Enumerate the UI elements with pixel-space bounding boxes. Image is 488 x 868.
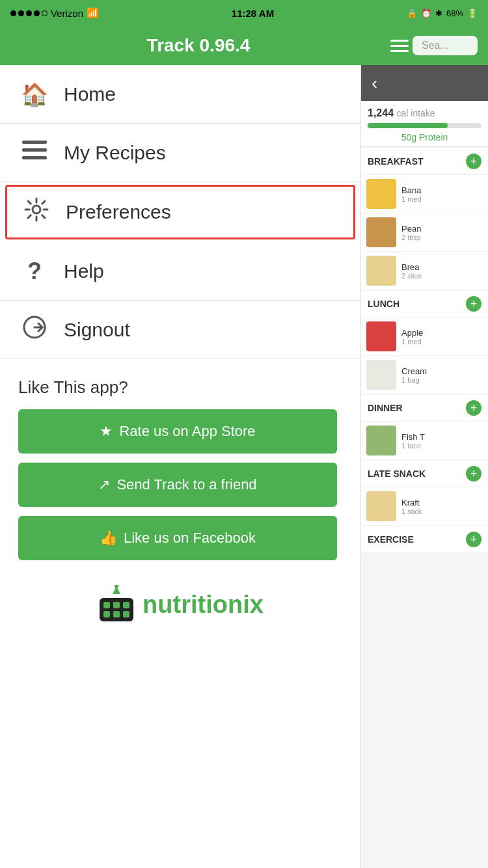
banana-thumb xyxy=(366,179,396,209)
recipes-label: My Recipes xyxy=(64,142,166,164)
cal-progress-fill xyxy=(368,123,448,128)
breakfast-header: BREAKFAST + xyxy=(361,148,488,174)
food-item-banana[interactable]: Bana 1 med xyxy=(361,174,488,213)
svg-rect-9 xyxy=(103,611,110,617)
bread-qty: 2 slice xyxy=(401,272,422,280)
dot3 xyxy=(26,10,32,16)
cal-progress-bar xyxy=(368,123,481,128)
like-facebook-button[interactable]: 👍 Like us on Facebook xyxy=(18,516,337,560)
apple-info: Apple 1 med xyxy=(401,328,423,346)
home-label: Home xyxy=(64,83,116,105)
late-snack-header: LATE SNACK + xyxy=(361,461,488,487)
fish-thumb xyxy=(366,426,396,455)
like-title: Like This app? xyxy=(18,377,342,398)
fish-name: Fish T xyxy=(401,432,425,442)
sidebar-item-home[interactable]: 🏠 Home xyxy=(0,65,360,124)
lunch-header: LUNCH + xyxy=(361,291,488,317)
protein-text: 50g Protein xyxy=(368,132,481,146)
svg-point-3 xyxy=(33,206,40,213)
exercise-header: EXERCISE + xyxy=(361,526,488,552)
share-icon: ↗ xyxy=(98,476,110,493)
carrier-label: Verizon xyxy=(51,8,83,19)
back-bar[interactable]: ‹ xyxy=(361,65,488,101)
cal-text: 1,244 cal intake xyxy=(368,107,481,119)
sidebar-item-help[interactable]: ? Help xyxy=(0,242,360,301)
bread-info: Brea 2 slice xyxy=(401,262,422,280)
dinner-header: DINNER + xyxy=(361,395,488,421)
fish-info: Fish T 1 taco xyxy=(401,432,425,450)
peanut-thumb xyxy=(366,217,396,247)
hamburger-line3 xyxy=(390,50,409,52)
recipes-icon xyxy=(18,139,51,167)
status-bar: Verizon 📶 11:28 AM 🔒 ⏰ ✱ 68% 🔋 xyxy=(0,0,488,26)
add-breakfast-button[interactable]: + xyxy=(466,154,481,169)
kraft-info: Kraft 1 stick xyxy=(401,498,422,515)
add-exercise-button[interactable]: + xyxy=(466,532,481,547)
late-snack-label: LATE SNACK xyxy=(368,468,426,479)
signout-label: Signout xyxy=(64,319,130,341)
svg-rect-5 xyxy=(100,598,133,621)
logo-text: nutritionix xyxy=(142,591,264,619)
send-label: Send Track to a friend xyxy=(116,476,256,493)
svg-rect-11 xyxy=(123,611,129,617)
hamburger-line1 xyxy=(390,40,409,42)
rate-app-store-button[interactable]: ★ Rate us on App Store xyxy=(18,409,337,454)
app-header: Track 0.96.4 Sea... xyxy=(0,26,488,65)
apple-name: Apple xyxy=(401,328,423,338)
hamburger-button[interactable] xyxy=(386,36,413,56)
sidebar-item-signout[interactable]: Signout xyxy=(0,301,360,359)
banana-name: Bana xyxy=(401,185,422,195)
send-track-button[interactable]: ↗ Send Track to a friend xyxy=(18,463,337,507)
thumbsup-icon: 👍 xyxy=(100,530,117,547)
cal-label: cal intake xyxy=(397,108,435,118)
dot2 xyxy=(18,10,24,16)
cal-bar: 1,244 cal intake 50g Protein xyxy=(361,101,488,147)
clock: 11:28 AM xyxy=(232,8,274,19)
search-box[interactable]: Sea... xyxy=(413,36,478,55)
svg-rect-7 xyxy=(113,602,120,608)
cream-thumb xyxy=(366,360,396,390)
cal-number: 1,244 xyxy=(368,107,394,118)
svg-rect-6 xyxy=(103,602,110,608)
status-left: Verizon 📶 xyxy=(10,7,99,19)
bread-name: Brea xyxy=(401,262,422,272)
add-late-snack-button[interactable]: + xyxy=(466,466,481,481)
battery-icon: 🔋 xyxy=(467,8,478,18)
sidebar: 🏠 Home My Recipes Preferences xyxy=(0,65,361,868)
alarm-icon: ⏰ xyxy=(421,8,431,18)
add-lunch-button[interactable]: + xyxy=(466,296,481,312)
food-item-cream[interactable]: Cream 1 bag xyxy=(361,355,488,394)
apple-qty: 1 med xyxy=(401,338,423,346)
food-item-fish[interactable]: Fish T 1 taco xyxy=(361,421,488,459)
cream-info: Cream 1 bag xyxy=(401,366,427,384)
food-item-apple[interactable]: Apple 1 med xyxy=(361,317,488,355)
breakfast-label: BREAKFAST xyxy=(368,156,424,167)
hamburger-line2 xyxy=(390,45,409,47)
food-item-kraft[interactable]: Kraft 1 stick xyxy=(361,487,488,525)
banana-info: Bana 1 med xyxy=(401,185,422,203)
logo-green: ix xyxy=(243,591,264,618)
facebook-label: Like us on Facebook xyxy=(124,530,256,547)
preferences-label: Preferences xyxy=(66,201,171,223)
svg-rect-10 xyxy=(113,611,120,617)
help-label: Help xyxy=(64,260,104,282)
sidebar-item-preferences[interactable]: Preferences xyxy=(5,185,355,239)
svg-rect-0 xyxy=(22,141,47,144)
sidebar-item-recipes[interactable]: My Recipes xyxy=(0,124,360,182)
star-icon: ★ xyxy=(100,423,113,440)
status-right: 🔒 ⏰ ✱ 68% 🔋 xyxy=(407,8,478,18)
battery-label: 68% xyxy=(446,8,463,18)
add-dinner-button[interactable]: + xyxy=(466,400,481,416)
peanut-qty: 2 tbsp xyxy=(401,234,421,241)
lunch-label: LUNCH xyxy=(368,299,400,309)
like-section: Like This app? ★ Rate us on App Store ↗ … xyxy=(0,359,360,560)
kraft-thumb xyxy=(366,491,396,521)
food-item-peanut[interactable]: Pean 2 tbsp xyxy=(361,213,488,251)
kraft-name: Kraft xyxy=(401,498,422,508)
food-item-bread[interactable]: Brea 2 slice xyxy=(361,251,488,290)
peanut-name: Pean xyxy=(401,224,421,234)
signal-dots xyxy=(10,10,47,16)
dot4 xyxy=(34,10,40,16)
preferences-icon xyxy=(20,197,53,227)
main-layout: 🏠 Home My Recipes Preferences xyxy=(0,65,488,868)
